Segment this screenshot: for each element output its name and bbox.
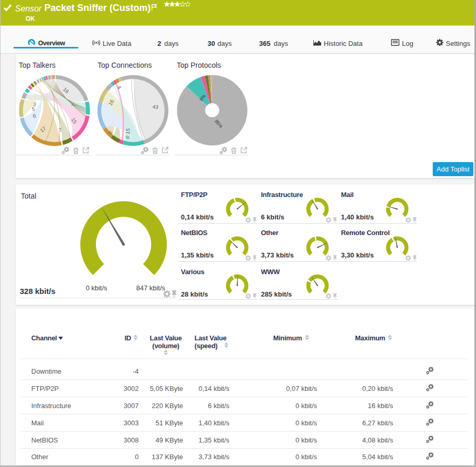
svg-text:15: 15 <box>125 128 131 134</box>
svg-text:3: 3 <box>33 101 36 107</box>
